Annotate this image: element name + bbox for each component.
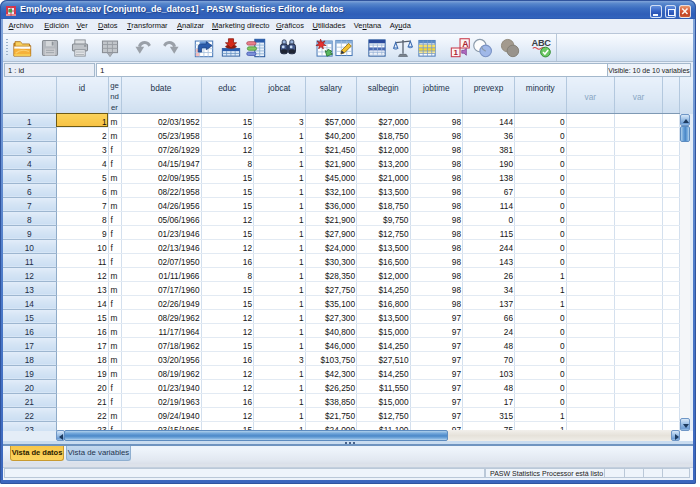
svg-text:A: A [462,39,469,49]
svg-text:1: 1 [453,48,458,57]
svg-text:ABC: ABC [531,38,551,48]
